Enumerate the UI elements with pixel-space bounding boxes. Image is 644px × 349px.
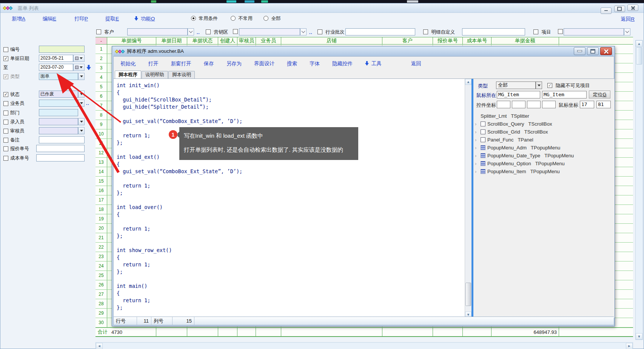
salesman-combo-arrow[interactable] — [78, 100, 85, 107]
cost-no-input[interactable] — [36, 154, 85, 161]
row-number[interactable]: 21 — [96, 233, 107, 242]
grid-header-cell[interactable]: 单据日期 — [156, 37, 187, 44]
row-number[interactable]: 24 — [96, 261, 107, 271]
code-editor[interactable]: int init_win(){ gui_hide(“ScrollBox_Deta… — [114, 79, 465, 318]
close-button[interactable] — [627, 5, 638, 11]
date-to-picker-button[interactable] — [73, 64, 85, 71]
customer-combo-arrow[interactable] — [188, 28, 194, 35]
tree-node-name[interactable]: PopupMenu_Option — [487, 161, 531, 166]
grid-header-cell[interactable]: 店铺 — [281, 37, 382, 44]
row-number[interactable]: 17 — [96, 195, 107, 204]
locate-button[interactable]: 定位G — [589, 91, 610, 98]
row-number[interactable]: 27 — [96, 290, 107, 299]
row-number[interactable]: 1 — [96, 45, 107, 54]
state-combo-arrow[interactable] — [78, 91, 85, 98]
tree-expand-icon[interactable]: › — [475, 153, 479, 158]
mouse-y-input[interactable]: 81 — [596, 101, 611, 108]
tools-menu-button[interactable]: 工具 — [365, 60, 382, 67]
customer-combo[interactable] — [127, 28, 188, 35]
grid-header-cell[interactable]: 成本单号 — [463, 37, 491, 44]
type-filter-combo[interactable]: 全部 — [496, 81, 536, 89]
code-line[interactable]: gui_set_val(“ComboBox_Ext_State”, ’D’); — [117, 118, 465, 125]
customer-more-dots[interactable]: .. — [197, 30, 200, 35]
tree-item[interactable]: › ScrollBox_Query TScrollBox — [475, 120, 613, 128]
open-button[interactable]: 打开 — [148, 60, 159, 67]
grid-header-cell[interactable]: 单据编号 — [107, 37, 156, 44]
control-coord-input-3[interactable] — [527, 101, 541, 108]
tree-expand-icon[interactable]: › — [475, 145, 479, 151]
tree-item[interactable]: › PopupMenu_Adm TPopupMenu — [475, 144, 613, 152]
restore-button[interactable] — [587, 47, 599, 55]
region-combo[interactable] — [239, 28, 300, 35]
auditor-checkbox[interactable] — [3, 129, 8, 134]
radio-uncommon[interactable]: 不常用 — [231, 15, 253, 22]
code-line[interactable] — [117, 218, 465, 225]
blue-down-arrow-icon[interactable] — [86, 65, 91, 71]
tree-expand-icon[interactable]: › — [475, 169, 479, 174]
salesman-checkbox[interactable] — [3, 101, 8, 106]
tab-help[interactable]: 说明帮助 — [142, 71, 168, 78]
industry-batch-checkbox[interactable] — [317, 29, 322, 34]
detail-custom-input[interactable] — [462, 28, 525, 35]
close-button[interactable] — [600, 47, 612, 55]
customer-checkbox-group[interactable]: 客户 — [96, 29, 114, 35]
grid-header-cell[interactable] — [559, 37, 633, 44]
save-button[interactable]: 保存 — [204, 60, 214, 67]
tree-node-name[interactable]: Splitter_Lmt — [481, 113, 507, 119]
remark-input[interactable] — [39, 136, 85, 143]
row-number[interactable]: 9 — [96, 120, 107, 129]
row-number[interactable]: 25 — [96, 271, 107, 280]
detail-custom-checkbox[interactable] — [423, 29, 428, 34]
control-coord-input-2[interactable] — [512, 101, 525, 108]
salesman-combo-value[interactable] — [39, 100, 78, 107]
row-number[interactable]: 28 — [96, 299, 107, 308]
row-number[interactable]: 26 — [96, 280, 107, 289]
auditor-combo-value[interactable] — [39, 127, 78, 134]
detail-custom-checkbox-group[interactable]: 明细自定义 — [423, 29, 455, 35]
vertical-scrollbar[interactable]: ▲ ▼ — [635, 40, 643, 340]
radio-all[interactable]: 全部 — [263, 15, 280, 22]
row-number[interactable]: 12 — [96, 148, 107, 157]
radio-icon[interactable] — [263, 16, 268, 21]
code-line[interactable]: { — [117, 254, 465, 261]
grid-header-cell[interactable]: 审核员 — [237, 37, 256, 44]
code-line[interactable] — [117, 111, 465, 118]
row-number[interactable]: 19 — [96, 214, 107, 223]
grid-header-row[interactable]: -单据编号单据日期单据状态创建人审核员业务员店铺客户报价单号成本单号单据金额 — [96, 37, 633, 45]
tree-expand-icon[interactable]: › — [475, 129, 479, 135]
industry-batch-input[interactable] — [345, 28, 415, 35]
grid-header-cell[interactable]: 客户 — [382, 37, 433, 44]
radio-common-conditions[interactable]: 常用条件 — [191, 15, 217, 22]
project-combo-arrow[interactable] — [624, 28, 630, 35]
code-line[interactable]: int init_win() — [117, 82, 465, 89]
industry-batch-checkbox-group[interactable]: 行业批次 — [317, 29, 344, 35]
row-number[interactable]: 15 — [96, 177, 107, 186]
maximize-button[interactable] — [614, 6, 625, 12]
scroll-left-icon[interactable]: ◄ — [96, 343, 103, 349]
scroll-up-icon[interactable]: ▲ — [636, 40, 642, 47]
date-from-input[interactable]: 2023-05-21 — [39, 55, 73, 62]
tree-node-name[interactable]: PopupMenu_Adm — [487, 145, 527, 151]
init-button[interactable]: 初始化 — [120, 60, 136, 67]
row-number[interactable]: 23 — [96, 252, 107, 261]
tree-item[interactable]: › Splitter_Lmt TSplitter — [475, 112, 613, 120]
print-button[interactable]: 打印P — [74, 15, 88, 22]
code-line[interactable]: return 1; — [117, 182, 465, 189]
vertical-scrollbar-thumb[interactable] — [636, 47, 642, 65]
date-from-picker-button[interactable] — [73, 55, 85, 62]
salesman-more-dots[interactable]: .. — [86, 101, 89, 106]
mouse-x-input[interactable]: 17 — [580, 101, 594, 108]
auditor-combo-arrow[interactable] — [78, 127, 85, 134]
customer-checkbox[interactable] — [96, 29, 101, 34]
code-line[interactable]: int main() — [117, 283, 465, 290]
main-title-bar[interactable]: 面单 列表 — [0, 3, 644, 13]
code-line[interactable]: gui_hide(“Splitter_Detail”); — [117, 103, 465, 111]
control-coord-input-1[interactable] — [497, 101, 510, 108]
quote-no-input[interactable] — [36, 145, 85, 152]
region-more-dots[interactable]: .. — [309, 30, 313, 35]
code-line[interactable]: int show_row_ext() — [117, 247, 465, 254]
extract-button[interactable]: 提取E — [105, 15, 119, 22]
tree-expand-icon[interactable]: › — [475, 137, 479, 143]
department-checkbox[interactable] — [3, 111, 8, 115]
save-as-button[interactable]: 另存为 — [226, 60, 242, 67]
